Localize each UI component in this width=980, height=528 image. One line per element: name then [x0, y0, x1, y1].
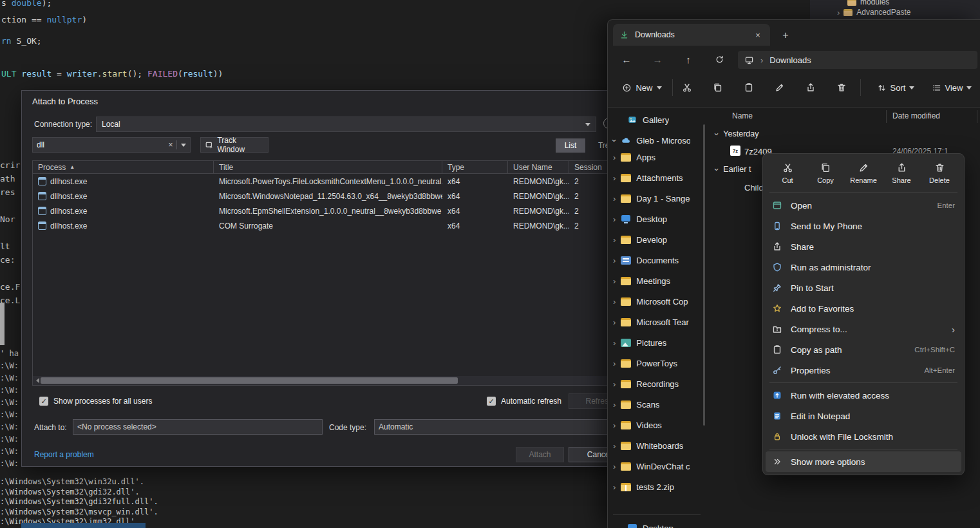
group-earlier[interactable]: › Earlier t [715, 165, 751, 174]
process-row[interactable]: dllhost.exe Microsoft.EpmShellExtension_… [33, 203, 620, 218]
process-row[interactable]: dllhost.exe Microsoft.PowerToys.FileLock… [33, 174, 620, 189]
sidebar-folder-item[interactable]: › Meetings [613, 270, 704, 291]
auto-refresh-checkbox[interactable]: ✓ [487, 397, 496, 406]
sort-button[interactable]: Sort [872, 78, 919, 97]
chevron-down-icon: › [713, 133, 721, 135]
sidebar-folder-item[interactable]: › Attachments [613, 167, 704, 188]
group-yesterday[interactable]: › Yesterday [715, 129, 759, 138]
sidebar-folder-item[interactable]: › Apps [613, 147, 704, 167]
report-problem-link[interactable]: Report a problem [34, 450, 94, 459]
connection-type-dropdown[interactable]: Local [96, 117, 596, 132]
code-line: ULT result = writer.start(); FAILED(resu… [1, 69, 223, 79]
close-tab-icon[interactable]: × [752, 30, 764, 40]
list-view-toggle[interactable]: List [556, 138, 585, 153]
code-type-field[interactable] [374, 419, 621, 435]
divider [860, 79, 861, 96]
new-tab-button[interactable]: + [778, 28, 793, 43]
column-divider[interactable] [977, 110, 977, 123]
attach-to-field[interactable] [73, 419, 323, 435]
menu-item-add-to-favorites[interactable]: Add to Favorites [763, 298, 964, 319]
sidebar-folder-item[interactable]: › PowerToys [613, 353, 704, 373]
process-row[interactable]: dllhost.exe Microsoft.WindowsNotepad_11.… [33, 189, 620, 203]
tab-downloads[interactable]: Downloads × [613, 24, 770, 46]
menu-item-run-as-administrator[interactable]: Run as administrator [763, 257, 964, 278]
process-row[interactable]: dllhost.exe COM Surrogate x64 REDMOND\gk… [33, 218, 620, 233]
process-filter-input[interactable] [33, 140, 165, 149]
menu-item-unlock-file-locksmith[interactable]: Unlock with File Locksmith [763, 426, 964, 447]
clear-filter-icon[interactable]: × [165, 140, 176, 149]
filter-dropdown-button[interactable] [177, 144, 190, 147]
horizontal-scrollbar[interactable] [33, 376, 620, 385]
folder-icon [621, 483, 631, 491]
forward-button[interactable]: → [648, 50, 667, 69]
sidebar-folder-item[interactable]: › Desktop [613, 209, 704, 229]
column-header-type[interactable]: Type [442, 161, 508, 173]
menu-item-share[interactable]: Share [763, 236, 964, 257]
up-button[interactable]: ↑ [679, 50, 698, 69]
column-header-process[interactable]: Process ▲ [33, 161, 214, 173]
column-divider[interactable] [886, 110, 887, 123]
track-window-button[interactable]: Track Window [200, 137, 269, 153]
menu-item-send-to-phone[interactable]: Send to My Phone [763, 216, 964, 236]
quick-rename-button[interactable]: Rename [845, 160, 881, 187]
chevron-right-icon: › [613, 359, 616, 368]
tree-item-modules[interactable]: modules [847, 0, 889, 7]
refresh-button[interactable] [710, 50, 729, 69]
menu-item-pin-to-start[interactable]: Pin to Start [763, 278, 964, 298]
new-button[interactable]: New [617, 78, 667, 97]
sidebar-folder-item[interactable]: › Recordings [613, 373, 704, 394]
show-more-icon [772, 457, 782, 467]
tree-item-advancedpaste[interactable]: › AdvancedPaste [837, 7, 910, 17]
menu-item-properties[interactable]: Properties Alt+Enter [763, 360, 964, 381]
sidebar-item-gallery[interactable]: Gallery [613, 110, 704, 129]
delete-button[interactable] [832, 78, 851, 97]
menu-item-copy-as-path[interactable]: Copy as path Ctrl+Shift+C [763, 339, 964, 360]
copy-button[interactable] [708, 78, 728, 97]
menu-item-open[interactable]: Open Enter [763, 195, 964, 216]
chevron-right-icon: › [613, 380, 616, 388]
cut-button[interactable] [677, 78, 697, 97]
copy-icon [713, 82, 723, 93]
quick-cut-button[interactable]: Cut [769, 160, 806, 187]
chevron-right-icon: › [613, 256, 616, 265]
sidebar-folder-item[interactable]: › Develop [613, 229, 704, 250]
divider [769, 193, 957, 193]
sidebar-scrollbar[interactable] [703, 124, 705, 426]
sidebar-folder-item[interactable]: › Pictures [613, 332, 704, 353]
menu-item-compress-to[interactable]: Compress to... › [763, 319, 964, 339]
chevron-right-icon: › [613, 339, 616, 347]
sidebar-folder-item[interactable]: › Microsoft Tear [613, 312, 704, 332]
folder-icon [621, 421, 631, 429]
sidebar-folder-item[interactable]: › Scans [613, 394, 704, 415]
back-button[interactable]: ← [617, 50, 636, 69]
attach-button[interactable]: Attach [516, 447, 564, 462]
show-all-users-checkbox[interactable]: ✓ [39, 397, 48, 406]
sidebar-folder-item[interactable]: › tests 2.zip [613, 476, 704, 497]
quick-share-button[interactable]: Share [883, 160, 919, 187]
code-line: ction == nullptr) [1, 15, 87, 25]
menu-item-run-elevated[interactable]: Run with elevated access [763, 385, 964, 406]
sidebar-folder-item[interactable]: › Documents [613, 250, 704, 270]
sidebar-item-desktop-pinned[interactable]: Desktop [613, 518, 704, 528]
view-button[interactable]: View [926, 78, 977, 97]
address-bar[interactable]: › Downloads [738, 51, 977, 69]
sidebar-folder-item[interactable]: › Microsoft Cop [613, 291, 704, 312]
column-header-user[interactable]: User Name [508, 161, 569, 173]
sidebar-folder-item[interactable]: › Videos [613, 415, 704, 435]
sidebar-folder-item[interactable]: › Day 1 - Sangee [613, 188, 704, 209]
sidebar-folder-item[interactable]: › WinDevChat c [613, 456, 704, 476]
quick-copy-button[interactable]: Copy [807, 160, 843, 187]
paste-button[interactable] [739, 78, 759, 97]
rename-button[interactable] [770, 78, 789, 97]
menu-item-edit-in-notepad[interactable]: Edit in Notepad [763, 406, 964, 426]
column-header-date-modified[interactable]: Date modified [892, 111, 940, 120]
quick-delete-button[interactable]: Delete [921, 160, 957, 187]
menu-item-show-more-options[interactable]: Show more options [766, 451, 961, 472]
sidebar-folder-item[interactable]: › Whiteboards [613, 435, 704, 456]
lock-icon [772, 431, 782, 442]
process-filter: × [32, 137, 191, 153]
column-header-title[interactable]: Title [214, 161, 442, 173]
share-button[interactable] [801, 78, 820, 97]
scrollbar-thumb[interactable] [41, 377, 458, 384]
column-header-name[interactable]: Name [732, 111, 753, 120]
